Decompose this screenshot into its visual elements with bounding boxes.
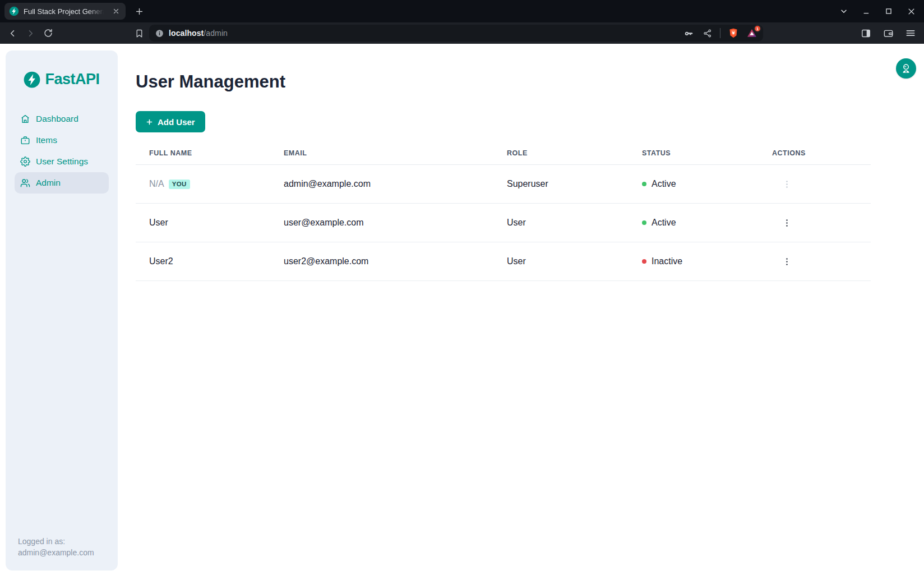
bookmark-icon[interactable] [131,25,147,41]
cell-role: User [493,256,629,266]
sidebar-item-label: Dashboard [36,114,78,124]
row-actions-menu-icon[interactable] [780,177,793,191]
cell-full-name: User2 [149,256,173,266]
fastapi-favicon-icon [9,6,19,16]
user-astronaut-icon [900,62,912,75]
new-tab-button[interactable] [131,3,147,19]
reload-button[interactable] [40,25,56,41]
sidebar-item-user-settings[interactable]: User Settings [15,151,109,172]
status-dot-active [642,182,646,186]
plus-icon [146,118,153,126]
logged-in-label: Logged in as: [18,536,94,547]
col-header-role: ROLE [493,149,629,157]
sidebar-item-items[interactable]: Items [15,130,109,151]
user-menu-button[interactable] [896,58,916,79]
row-actions-menu-icon[interactable] [780,216,793,229]
sidebar-item-admin[interactable]: Admin [15,172,109,194]
window-minimize-button[interactable] [861,6,871,16]
url-host: localhost [169,29,204,38]
toolbar-divider [720,28,720,38]
logged-in-email: admin@example.com [18,547,94,558]
rewards-badge: 1 [754,25,761,33]
sidebar-item-label: Admin [36,178,61,188]
cell-status: Inactive [652,256,682,266]
sidebar-nav: Dashboard Items User Settings Admin [6,108,118,194]
status-dot-inactive [642,259,646,264]
page-content: FastAPI Dashboard Items User Settings [0,44,924,575]
back-button[interactable] [4,25,20,41]
browser-toolbar: localhost/admin 1 [0,22,924,44]
sidebar-item-label: User Settings [36,157,88,167]
tab-title: Full Stack Project Genera [24,7,107,16]
brave-rewards-icon[interactable]: 1 [746,27,757,39]
col-header-status: STATUS [629,149,759,157]
brave-shield-icon[interactable] [728,27,739,39]
main-panel: User Management Add User FULL NAME EMAIL… [118,44,924,281]
address-bar[interactable]: localhost/admin 1 [149,25,763,42]
password-key-icon[interactable] [683,27,694,39]
window-maximize-button[interactable] [884,6,894,16]
col-header-actions: ACTIONS [759,149,871,157]
col-header-email: EMAIL [270,149,493,157]
forward-button[interactable] [22,25,38,41]
browser-titlebar: Full Stack Project Genera [0,0,924,22]
page-title: User Management [136,73,871,90]
table-row: N/A YOU admin@example.com Superuser Acti… [136,165,871,204]
cell-email: user2@example.com [270,256,493,266]
cell-status: Active [652,218,676,228]
table-row: User2 user2@example.com User Inactive [136,242,871,281]
tab-search-chevron-icon[interactable] [839,6,849,16]
cell-full-name: User [149,218,168,228]
fastapi-logo: FastAPI [6,71,118,88]
wallet-icon[interactable] [881,26,895,40]
add-user-button[interactable]: Add User [136,111,205,132]
briefcase-icon [20,135,30,145]
fastapi-bolt-icon [24,71,40,88]
sidebar-toggle-icon[interactable] [859,26,872,40]
sidebar-item-label: Items [36,135,57,145]
window-close-button[interactable] [906,6,916,16]
tab-close-icon[interactable] [111,6,121,16]
share-icon[interactable] [701,27,713,39]
cell-email: admin@example.com [270,179,493,189]
you-badge: YOU [169,180,190,189]
cell-email: user@example.com [270,218,493,228]
logo-text: FastAPI [45,71,99,88]
home-icon [20,114,30,124]
cell-status: Active [652,179,676,189]
logged-in-info: Logged in as: admin@example.com [18,536,94,558]
cell-role: Superuser [493,179,629,189]
url-text: localhost/admin [169,29,678,38]
status-dot-active [642,220,646,225]
table-row: User user@example.com User Active [136,204,871,242]
sidebar-item-dashboard[interactable]: Dashboard [15,108,109,130]
gear-icon [20,157,30,167]
table-header-row: FULL NAME EMAIL ROLE STATUS ACTIONS [136,141,871,165]
col-header-full-name: FULL NAME [136,149,270,157]
menu-hamburger-icon[interactable] [904,26,917,40]
site-info-icon[interactable] [155,29,164,38]
url-path: /admin [204,29,228,38]
add-user-label: Add User [158,117,195,127]
sidebar: FastAPI Dashboard Items User Settings [6,50,118,571]
users-icon [20,178,30,188]
row-actions-menu-icon[interactable] [780,255,793,268]
browser-tab[interactable]: Full Stack Project Genera [4,3,126,20]
cell-full-name: N/A [149,179,164,189]
users-table: FULL NAME EMAIL ROLE STATUS ACTIONS N/A … [136,141,871,281]
cell-role: User [493,218,629,228]
